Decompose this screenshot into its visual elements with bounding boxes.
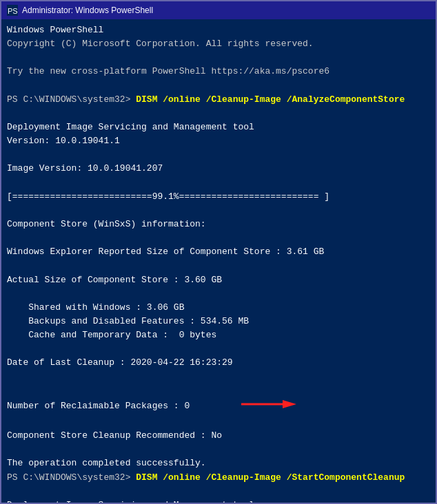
title-bar[interactable]: PS Administrator: Windows PowerShell xyxy=(1,1,436,19)
progress-bar-1: [==========================99.1%========… xyxy=(7,190,430,204)
line-17: Windows Explorer Reported Size of Compon… xyxy=(7,245,430,259)
powershell-window: PS Administrator: Windows PowerShell Win… xyxy=(0,0,437,504)
line-2: Copyright (C) Microsoft Corporation. All… xyxy=(7,37,430,51)
line-11: Image Version: 10.0.19041.207 xyxy=(7,162,430,176)
line-6: PS C:\WINDOWS\system32> DISM /online /Cl… xyxy=(7,93,430,107)
prompt-1: PS C:\WINDOWS\system32> xyxy=(7,94,136,105)
cmd-1: DISM /online /Cleanup-Image /AnalyzeComp… xyxy=(136,94,405,105)
line-14 xyxy=(7,204,430,218)
line-1: Windows PowerShell xyxy=(7,23,430,37)
red-arrow-icon xyxy=(198,384,296,429)
svg-text:PS: PS xyxy=(8,7,18,15)
line-8: Deployment Image Servicing and Managemen… xyxy=(7,120,430,134)
line-15: Component Store (WinSxS) information: xyxy=(7,218,430,231)
line-19: Actual Size of Component Store : 3.60 GB xyxy=(7,273,430,287)
reclaimable-text: Number of Reclaimable Packages : 0 xyxy=(7,399,190,413)
line-31: PS C:\WINDOWS\system32> DISM /online /Cl… xyxy=(7,471,430,485)
line-30: The operation completed successfully. xyxy=(7,456,430,470)
line-18 xyxy=(7,259,430,273)
line-32 xyxy=(7,485,430,498)
line-16 xyxy=(7,231,430,245)
cmd-2: DISM /online /Cleanup-Image /StartCompon… xyxy=(136,472,405,483)
line-25: Date of Last Cleanup : 2020-04-22 16:23:… xyxy=(7,356,430,370)
line-23: Cache and Temporary Data : 0 bytes xyxy=(7,328,430,342)
arrow-svg xyxy=(241,398,296,410)
line-21: Shared with Windows : 3.06 GB xyxy=(7,301,430,315)
line-5 xyxy=(7,79,430,93)
window-title: Administrator: Windows PowerShell xyxy=(22,6,153,15)
line-27: Number of Reclaimable Packages : 0 xyxy=(7,384,430,429)
line-22: Backups and Disabled Features : 534.56 M… xyxy=(7,315,430,328)
line-33: Deployment Image Servicing and Managemen… xyxy=(7,498,430,503)
line-24 xyxy=(7,342,430,356)
line-10 xyxy=(7,148,430,162)
powershell-icon: PS xyxy=(7,5,18,16)
prompt-2: PS C:\WINDOWS\system32> xyxy=(7,472,136,483)
terminal-output[interactable]: Windows PowerShell Copyright (C) Microso… xyxy=(1,19,436,503)
line-26 xyxy=(7,370,430,384)
line-20 xyxy=(7,287,430,301)
line-29 xyxy=(7,443,430,456)
svg-marker-3 xyxy=(283,400,296,408)
line-4: Try the new cross-platform PowerShell ht… xyxy=(7,65,430,78)
line-3 xyxy=(7,51,430,65)
line-7 xyxy=(7,107,430,120)
line-28: Component Store Cleanup Recommended : No xyxy=(7,429,430,443)
line-12 xyxy=(7,176,430,190)
line-9: Version: 10.0.19041.1 xyxy=(7,134,430,148)
